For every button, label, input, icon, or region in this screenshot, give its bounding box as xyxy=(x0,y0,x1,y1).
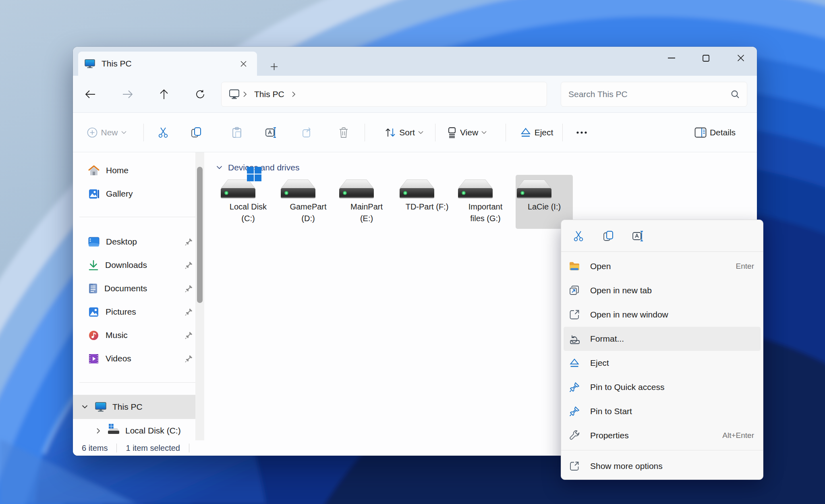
sidebar-item-local-disk-c[interactable]: Local Disk (C:) xyxy=(73,419,204,442)
drive-label: LaCie (I:) xyxy=(516,201,573,213)
menu-item-open-new-tab[interactable]: Open in new tab xyxy=(561,278,763,303)
menu-separator xyxy=(561,450,763,450)
up-button[interactable] xyxy=(154,85,174,104)
drive-tile-gamepart-d[interactable]: GamePart(D:) xyxy=(280,175,337,229)
maximize-button[interactable] xyxy=(696,51,715,65)
sidebar-item-videos[interactable]: Videos xyxy=(73,347,204,370)
sidebar-item-label: Desktop xyxy=(106,237,137,247)
scrollbar-thumb[interactable] xyxy=(197,167,203,303)
back-icon xyxy=(85,90,95,99)
toolbar-separator xyxy=(143,124,144,141)
videos-icon xyxy=(88,353,99,364)
cut-icon xyxy=(573,230,584,242)
delete-button[interactable] xyxy=(333,121,354,144)
menu-item-label: Format... xyxy=(590,334,624,344)
folder-icon xyxy=(569,261,580,271)
hard-drive-icon xyxy=(457,175,494,200)
sidebar-item-gallery[interactable]: Gallery xyxy=(73,182,204,205)
sidebar-item-music[interactable]: Music xyxy=(73,324,204,347)
breadcrumb-this-pc[interactable]: This PC xyxy=(254,89,284,99)
sidebar-item-label: Documents xyxy=(104,284,147,293)
sort-label: Sort xyxy=(399,128,415,137)
minimize-button[interactable] xyxy=(662,51,681,65)
this-pc-monitor-icon xyxy=(95,402,107,412)
chevron-down-icon[interactable] xyxy=(79,405,91,409)
pin-icon xyxy=(185,238,193,246)
details-label: Details xyxy=(710,128,736,137)
copy-icon xyxy=(191,127,202,138)
copy-button[interactable] xyxy=(185,121,207,144)
paste-button[interactable] xyxy=(226,121,248,144)
sidebar-item-this-pc[interactable]: This PC xyxy=(73,395,204,419)
drive-label: GamePart(D:) xyxy=(280,201,337,224)
hard-drive-icon xyxy=(338,175,375,200)
tab-bar: This PC xyxy=(73,47,757,76)
chevron-right-icon[interactable] xyxy=(92,428,104,434)
eject-button[interactable]: Eject xyxy=(508,121,568,144)
rename-button[interactable] xyxy=(260,121,282,144)
sidebar-item-documents[interactable]: Documents xyxy=(73,277,204,300)
drive-tile-td-part-f[interactable]: TD-Part (F:) xyxy=(398,175,456,229)
menu-item-format[interactable]: Format... xyxy=(564,327,761,351)
close-button[interactable] xyxy=(732,51,750,65)
copy-button[interactable] xyxy=(599,227,618,245)
drive-label: Local Disk(C:) xyxy=(220,201,277,224)
pin-icon xyxy=(185,261,193,269)
rename-button[interactable] xyxy=(629,227,647,245)
sidebar-scrollbar[interactable] xyxy=(195,152,204,440)
share-button[interactable] xyxy=(296,121,318,144)
new-plus-icon xyxy=(87,127,97,138)
tab-this-pc[interactable]: This PC xyxy=(78,52,257,76)
drive-tile-local-disk-c[interactable]: Local Disk(C:) xyxy=(220,175,277,229)
sidebar-item-home[interactable]: Home xyxy=(73,159,204,182)
menu-item-open-new-window[interactable]: Open in new window xyxy=(561,303,763,327)
menu-item-label: Pin to Start xyxy=(590,407,632,416)
search-box[interactable] xyxy=(561,82,747,107)
cut-button[interactable] xyxy=(569,227,588,245)
pin-icon xyxy=(185,355,193,363)
toolbar-separator xyxy=(365,124,365,141)
cut-button[interactable] xyxy=(152,121,174,144)
menu-shortcut: Enter xyxy=(736,262,754,271)
format-drive-icon xyxy=(569,334,580,344)
chevron-down-icon xyxy=(216,166,222,170)
plus-icon xyxy=(270,63,278,71)
back-button[interactable] xyxy=(81,85,100,104)
sidebar-separator xyxy=(79,382,198,383)
menu-item-eject[interactable]: Eject xyxy=(561,351,763,375)
drive-label: TD-Part (F:) xyxy=(398,201,456,213)
menu-item-pin-quick-access[interactable]: Pin to Quick access xyxy=(561,375,763,399)
new-button[interactable]: New xyxy=(79,121,134,144)
menu-item-show-more-options[interactable]: Show more options xyxy=(561,453,763,479)
see-more-button[interactable] xyxy=(571,121,593,144)
view-button[interactable]: View xyxy=(434,121,500,144)
rename-icon xyxy=(265,127,277,138)
pictures-icon xyxy=(88,307,99,317)
sidebar-item-pictures[interactable]: Pictures xyxy=(73,300,204,324)
eject-icon xyxy=(520,127,531,138)
sort-button[interactable]: Sort xyxy=(372,121,436,144)
forward-button[interactable] xyxy=(118,85,137,104)
tab-close-icon[interactable] xyxy=(236,56,251,71)
windows-badge-icon xyxy=(247,167,261,181)
menu-item-pin-to-start[interactable]: Pin to Start xyxy=(561,399,763,423)
sidebar-separator xyxy=(79,217,198,217)
menu-item-properties[interactable]: Properties Alt+Enter xyxy=(561,423,763,448)
sidebar-item-downloads[interactable]: Downloads xyxy=(73,253,204,277)
menu-item-label: Show more options xyxy=(590,461,663,471)
details-button[interactable]: Details xyxy=(684,121,749,144)
drive-tile-mainpart-e[interactable]: MainPart(E:) xyxy=(338,175,395,229)
refresh-icon xyxy=(195,89,205,99)
status-divider xyxy=(116,444,117,452)
status-divider xyxy=(189,444,189,452)
toolbar-separator xyxy=(506,124,506,141)
new-tab-button[interactable] xyxy=(265,58,282,75)
search-input[interactable] xyxy=(568,89,731,99)
paste-icon xyxy=(231,127,243,138)
menu-item-label: Open in new window xyxy=(590,310,668,319)
drive-tile-important-files-g[interactable]: Importantfiles (G:) xyxy=(457,175,514,229)
address-bar[interactable]: This PC xyxy=(221,82,547,107)
menu-item-open[interactable]: Open Enter xyxy=(561,254,763,278)
sidebar-item-desktop[interactable]: Desktop xyxy=(73,230,204,253)
refresh-button[interactable] xyxy=(191,85,210,104)
